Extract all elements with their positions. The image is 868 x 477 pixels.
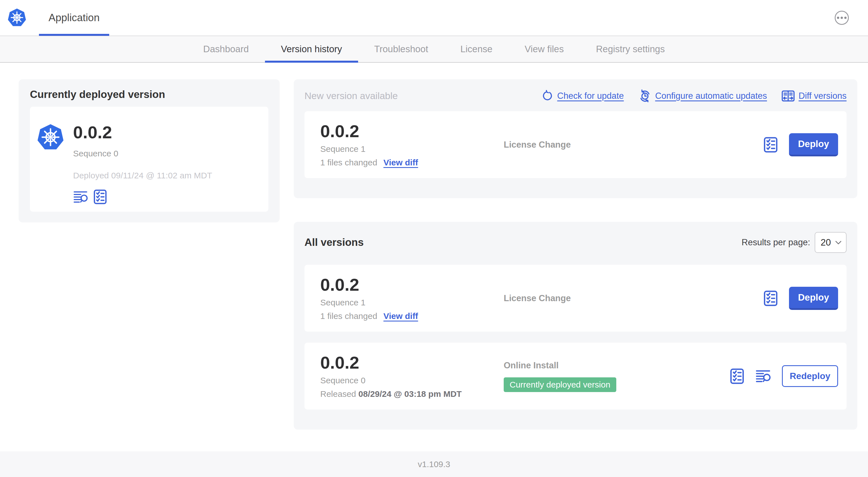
admin-console-page: Application Dashboard Version history Tr… — [0, 0, 868, 477]
version-number: 0.0.2 — [320, 353, 504, 372]
current-version-sequence: Sequence 0 — [73, 149, 212, 158]
results-per-page-select[interactable]: 20 — [815, 232, 846, 253]
diff-versions-link[interactable]: Diff versions — [782, 90, 846, 101]
app-header: Application — [0, 0, 868, 36]
diff-icon — [782, 90, 795, 101]
files-changed-text: 1 files changed — [320, 311, 377, 321]
tab-license[interactable]: License — [444, 36, 508, 62]
new-version-title: New version available — [305, 90, 398, 101]
tab-registry-settings[interactable]: Registry settings — [580, 36, 681, 62]
overflow-menu-button[interactable] — [835, 11, 849, 25]
results-per-page-value: 20 — [820, 237, 831, 248]
view-diff-link[interactable]: View diff — [383, 158, 418, 168]
new-version-panel: New version available Check for update C… — [294, 79, 857, 198]
tab-dashboard[interactable]: Dashboard — [187, 36, 265, 62]
ellipsis-icon — [837, 17, 839, 19]
version-row-sequence-1: 0.0.2 Sequence 1 1 files changed View di… — [305, 265, 846, 332]
version-source: Online Install — [504, 360, 730, 370]
check-for-update-link[interactable]: Check for update — [542, 90, 624, 101]
app-nav: Dashboard Version history Troubleshoot L… — [0, 36, 868, 63]
all-versions-title: All versions — [305, 237, 364, 248]
results-per-page-label: Results per page: — [742, 237, 810, 247]
app-tab-label: Application — [49, 10, 100, 24]
tab-view-files[interactable]: View files — [508, 36, 580, 62]
redeploy-button[interactable]: Redeploy — [782, 365, 838, 387]
tab-version-history[interactable]: Version history — [265, 36, 358, 63]
currently-deployed-badge: Currently deployed version — [504, 377, 616, 392]
console-version: v1.109.3 — [417, 459, 450, 469]
deploy-button[interactable]: Deploy — [789, 287, 838, 310]
version-number: 0.0.2 — [320, 275, 504, 294]
refresh-icon — [542, 90, 553, 101]
preflight-checklist-icon[interactable] — [93, 189, 107, 204]
version-sequence: Sequence 1 — [320, 298, 504, 307]
version-row-sequence-0: 0.0.2 Sequence 0 Released 08/29/24 @ 03:… — [305, 342, 846, 410]
version-released-date: Released 08/29/24 @ 03:18 pm MDT — [320, 389, 504, 399]
deploy-logs-icon[interactable] — [755, 369, 771, 383]
current-version-deployed-date: Deployed 09/11/24 @ 11:02 am MDT — [73, 171, 212, 180]
version-source: License Change — [504, 293, 764, 303]
preflight-checklist-icon[interactable] — [764, 291, 778, 306]
app-tab-application[interactable]: Application — [39, 0, 109, 36]
tab-troubleshoot[interactable]: Troubleshoot — [358, 36, 444, 62]
kubernetes-logo-icon — [7, 8, 27, 27]
files-changed-text: 1 files changed — [320, 158, 377, 168]
currently-deployed-card: Currently deployed version 0.0.2 Sequenc… — [19, 79, 280, 222]
chevron-down-icon — [835, 241, 841, 244]
all-versions-panel: All versions Results per page: 20 0.0.2 … — [294, 222, 857, 429]
version-sequence: Sequence 0 — [320, 376, 504, 385]
currently-deployed-version-card: 0.0.2 Sequence 0 Deployed 09/11/24 @ 11:… — [30, 107, 268, 212]
deploy-logs-icon[interactable] — [73, 190, 88, 204]
main-content: Currently deployed version 0.0.2 Sequenc… — [0, 63, 868, 451]
view-diff-link[interactable]: View diff — [383, 311, 418, 321]
currently-deployed-title: Currently deployed version — [30, 89, 268, 100]
auto-update-clock-icon — [639, 89, 651, 102]
new-version-row: 0.0.2 Sequence 1 1 files changed View di… — [305, 111, 846, 178]
version-number: 0.0.2 — [320, 122, 504, 140]
version-source: License Change — [504, 140, 764, 150]
footer: v1.109.3 — [0, 451, 868, 477]
preflight-checklist-icon[interactable] — [764, 137, 778, 153]
current-version-number: 0.0.2 — [73, 123, 212, 141]
version-sequence: Sequence 1 — [320, 144, 504, 154]
preflight-checklist-icon[interactable] — [730, 368, 744, 384]
deploy-button[interactable]: Deploy — [789, 133, 838, 156]
configure-automatic-updates-link[interactable]: Configure automatic updates — [639, 89, 767, 102]
app-icon — [37, 124, 64, 151]
